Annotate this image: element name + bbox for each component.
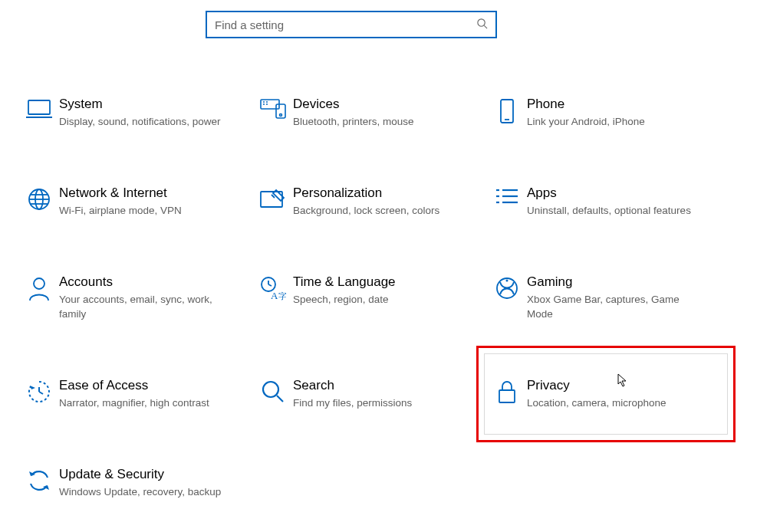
tile-ease-of-access[interactable]: Ease of Access Narrator, magnifier, high… — [19, 373, 253, 415]
tile-sub: Background, lock screen, colors — [293, 204, 439, 218]
personalization-icon — [253, 186, 293, 210]
search-icon — [476, 18, 488, 32]
tile-title: Accounts — [59, 274, 235, 290]
svg-line-1 — [484, 25, 487, 28]
tile-accounts[interactable]: Accounts Your accounts, email, sync, wor… — [19, 270, 253, 325]
svg-line-29 — [268, 284, 272, 286]
tile-sub: Location, camera, microphone — [527, 396, 666, 410]
time-language-icon: A 字 — [253, 274, 293, 300]
tile-personalization[interactable]: Personalization Background, lock screen,… — [253, 181, 487, 222]
tile-sub: Uninstall, defaults, optional features — [527, 204, 691, 218]
tile-phone[interactable]: Phone Link your Android, iPhone — [487, 92, 721, 133]
svg-line-35 — [39, 392, 43, 394]
svg-text:A: A — [271, 290, 278, 300]
tile-devices[interactable]: Devices Bluetooth, printers, mouse — [253, 92, 487, 133]
tile-sub: Your accounts, email, sync, work, family — [59, 293, 235, 320]
network-icon — [19, 186, 59, 212]
tile-privacy[interactable]: Privacy Location, camera, microphone — [487, 373, 721, 415]
svg-point-26 — [34, 278, 44, 289]
devices-icon — [253, 97, 293, 121]
tile-network[interactable]: Network & Internet Wi-Fi, airplane mode,… — [19, 181, 253, 222]
tile-update-security[interactable]: Update & Security Windows Update, recove… — [19, 462, 253, 504]
tile-sub: Bluetooth, printers, mouse — [293, 115, 414, 129]
settings-grid: System Display, sound, notifications, po… — [0, 38, 780, 504]
gaming-icon — [487, 274, 527, 300]
tile-time-language[interactable]: A 字 Time & Language Speech, region, date — [253, 270, 487, 325]
tile-apps[interactable]: Apps Uninstall, defaults, optional featu… — [487, 181, 721, 222]
tile-sub: Link your Android, iPhone — [527, 115, 645, 129]
search-box[interactable] — [206, 11, 497, 38]
tile-sub: Wi-Fi, airplane mode, VPN — [59, 204, 182, 218]
svg-point-33 — [506, 280, 508, 282]
tile-title: Devices — [293, 97, 414, 112]
tile-title: Time & Language — [293, 274, 396, 290]
tile-title: Network & Internet — [59, 186, 182, 201]
search-input[interactable] — [215, 18, 476, 31]
tile-title: Gaming — [527, 274, 703, 290]
search-category-icon — [253, 378, 293, 404]
system-icon — [19, 97, 59, 120]
apps-icon — [487, 186, 527, 209]
update-security-icon — [19, 467, 59, 493]
tile-title: Phone — [527, 97, 645, 112]
tile-title: Ease of Access — [59, 378, 209, 393]
ease-of-access-icon — [19, 378, 59, 404]
tile-title: Privacy — [527, 378, 666, 393]
tile-sub: Speech, region, date — [293, 293, 396, 307]
tile-sub: Find my files, permissions — [293, 396, 412, 410]
svg-point-0 — [478, 18, 485, 25]
svg-point-10 — [280, 114, 282, 117]
tile-gaming[interactable]: Gaming Xbox Game Bar, captures, Game Mod… — [487, 270, 721, 325]
phone-icon — [487, 97, 527, 124]
tile-title: Update & Security — [59, 467, 221, 482]
svg-line-37 — [277, 396, 283, 402]
tile-system[interactable]: System Display, sound, notifications, po… — [19, 92, 253, 133]
accounts-icon — [19, 274, 59, 302]
svg-text:字: 字 — [278, 291, 286, 300]
tile-sub: Windows Update, recovery, backup — [59, 485, 221, 499]
tile-sub: Narrator, magnifier, high contrast — [59, 396, 209, 410]
tile-title: System — [59, 97, 221, 112]
svg-rect-38 — [499, 390, 515, 402]
tile-sub: Display, sound, notifications, power — [59, 115, 221, 129]
privacy-icon — [487, 378, 527, 406]
svg-point-36 — [263, 382, 278, 397]
tile-sub: Xbox Game Bar, captures, Game Mode — [527, 293, 703, 320]
tile-title: Search — [293, 378, 412, 393]
tile-title: Personalization — [293, 186, 439, 201]
tile-title: Apps — [527, 186, 691, 201]
tile-search[interactable]: Search Find my files, permissions — [253, 373, 487, 415]
svg-rect-2 — [28, 100, 50, 114]
